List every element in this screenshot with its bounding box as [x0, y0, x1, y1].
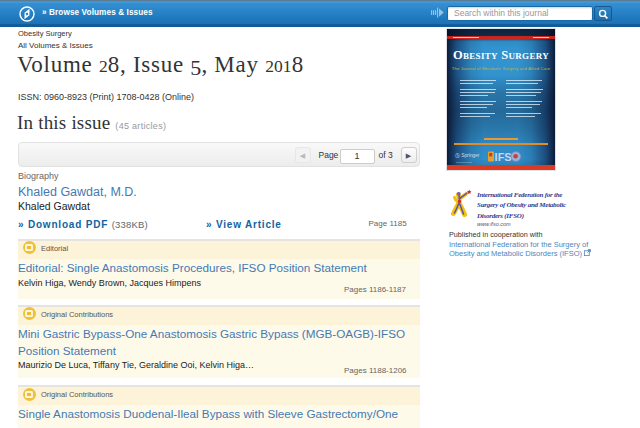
svg-text:IFS: IFS	[495, 151, 512, 163]
